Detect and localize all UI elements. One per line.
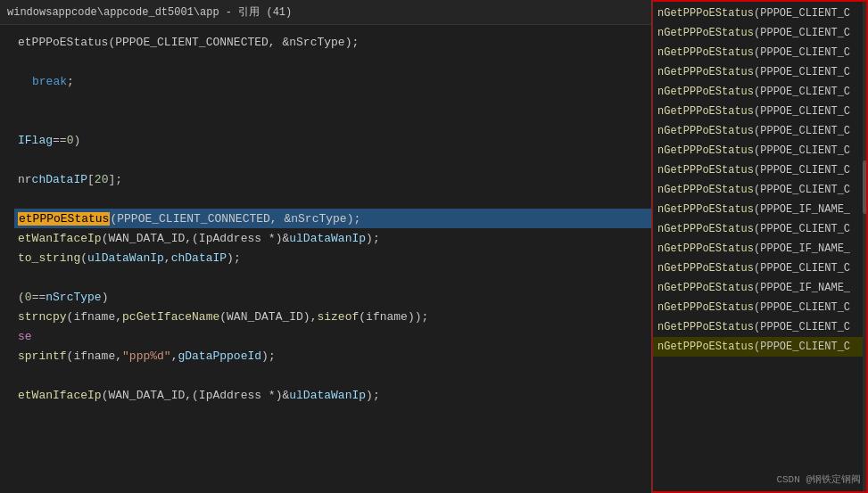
search-result-item[interactable]: nGetPPPoEStatus(PPPOE_CLIENT_C [652,259,868,278]
search-result-text: nGetPPPoEStatus(PPPOE_IF_NAME_ [657,242,850,255]
search-result-text: nGetPPPoEStatus(PPPOE_IF_NAME_ [657,282,850,294]
search-result-item[interactable]: nGetPPPoEStatus(PPPOE_CLIENT_C [652,219,868,239]
code-line: strncpy (ifname, pcGetIfaceName (WAN_DAT… [14,307,651,326]
file-path: windowsappcode\appcode_dt5001\app - 引用 (… [7,4,292,20]
search-result-item[interactable]: nGetPPPoEStatus(PPPOE_CLIENT_C [652,23,868,43]
search-result-text: nGetPPPoEStatus(PPPOE_IF_NAME_ [657,203,850,216]
search-result-item[interactable]: nGetPPPoEStatus(PPPOE_CLIENT_C [652,317,868,337]
search-result-text: nGetPPPoEStatus(PPPOE_CLIENT_C [657,144,850,157]
search-result-text: nGetPPPoEStatus(PPPOE_CLIENT_C [657,86,850,98]
search-result-item[interactable]: nGetPPPoEStatus(PPPOE_IF_NAME_ [652,239,868,259]
search-result-text: nGetPPPoEStatus(PPPOE_CLIENT_C [657,46,850,59]
search-result-text: nGetPPPoEStatus(PPPOE_CLIENT_C [657,27,850,39]
search-results-list: nGetPPPoEStatus(PPPOE_CLIENT_CnGetPPPoES… [652,0,868,360]
code-line: nr chDataIP [ 20 ]; [14,169,651,189]
code-line-sprintf: sprintf (ifname, "ppp%d" , gDataPppoeId … [14,346,651,366]
watermark: CSDN @钢铁定钢阀 [776,472,861,486]
search-result-text: nGetPPPoEStatus(PPPOE_CLIENT_C [657,341,850,353]
editor-area: windowsappcode\appcode_dt5001\app - 引用 (… [0,0,651,493]
top-bar: windowsappcode\appcode_dt5001\app - 引用 (… [0,0,651,25]
code-line: IFlag == 0 ) [14,130,651,150]
search-result-item[interactable]: nGetPPPoEStatus(PPPOE_IF_NAME_ [652,278,868,298]
search-result-text: nGetPPPoEStatus(PPPOE_CLIENT_C [657,7,850,20]
search-result-text: nGetPPPoEStatus(PPPOE_CLIENT_C [657,66,850,78]
search-result-text: nGetPPPoEStatus(PPPOE_CLIENT_C [657,105,850,118]
code-line: ( 0 == nSrcType ) [14,287,651,307]
vertical-scrollbar[interactable] [863,0,868,493]
search-result-item[interactable]: nGetPPPoEStatus(PPPOE_CLIENT_C [652,43,868,62]
search-result-text: nGetPPPoEStatus(PPPOE_CLIENT_C [657,125,850,137]
search-result-item[interactable]: nGetPPPoEStatus(PPPOE_CLIENT_C [652,160,868,180]
code-line: etPPPoEStatus(PPPOE_CLIENT_CONNECTED, &n… [14,32,651,52]
code-line [14,91,651,111]
search-panel: nGetPPPoEStatus(PPPOE_CLIENT_CnGetPPPoES… [651,0,868,493]
search-result-item[interactable]: nGetPPPoEStatus(PPPOE_CLIENT_C [652,141,868,160]
code-line [14,52,651,71]
search-result-text: nGetPPPoEStatus(PPPOE_CLIENT_C [657,164,850,177]
code-line [14,150,651,169]
search-result-text: nGetPPPoEStatus(PPPOE_CLIENT_C [657,223,850,235]
search-result-text: nGetPPPoEStatus(PPPOE_CLIENT_C [657,301,850,314]
search-result-item[interactable]: nGetPPPoEStatus(PPPOE_CLIENT_C [652,337,868,357]
search-result-item[interactable]: nGetPPPoEStatus(PPPOE_CLIENT_C [652,121,868,141]
search-result-text: nGetPPPoEStatus(PPPOE_CLIENT_C [657,262,850,275]
search-result-item[interactable]: nGetPPPoEStatus(PPPOE_CLIENT_C [652,4,868,23]
code-line: to_string ( ulDataWanIp , chDataIP ); [14,248,651,267]
code-line-highlighted: etPPPoEStatus (PPPOE_CLIENT_CONNECTED, &… [14,209,651,228]
search-result-item[interactable]: nGetPPPoEStatus(PPPOE_CLIENT_C [652,62,868,82]
search-result-text: nGetPPPoEStatus(PPPOE_CLIENT_C [657,321,850,333]
code-line [14,366,651,385]
code-line-else: se [14,326,651,346]
scrollbar-thumb[interactable] [863,160,868,214]
search-result-item[interactable]: nGetPPPoEStatus(PPPOE_IF_NAME_ [652,200,868,219]
code-line [14,189,651,209]
code-line: etWanIfaceIp (WAN_DATA_ID,(IpAddress *)&… [14,228,651,248]
search-result-item[interactable]: nGetPPPoEStatus(PPPOE_CLIENT_C [652,180,868,200]
search-result-item[interactable]: nGetPPPoEStatus(PPPOE_CLIENT_C [652,102,868,121]
code-content: etPPPoEStatus(PPPOE_CLIENT_CONNECTED, &n… [0,25,651,493]
code-line-break: break; [14,71,651,91]
search-result-item[interactable]: nGetPPPoEStatus(PPPOE_CLIENT_C [652,82,868,102]
search-result-item[interactable]: nGetPPPoEStatus(PPPOE_CLIENT_C [652,298,868,317]
search-result-text: nGetPPPoEStatus(PPPOE_CLIENT_C [657,184,850,196]
code-line [14,111,651,130]
code-line: etWanIfaceIp (WAN_DATA_ID,(IpAddress *)&… [14,385,651,405]
code-line [14,267,651,287]
